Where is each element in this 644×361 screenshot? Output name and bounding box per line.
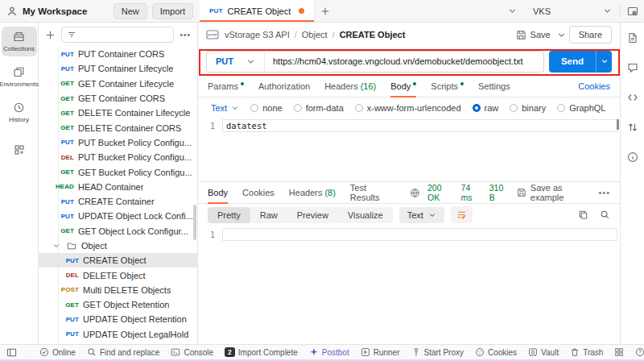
request-list-item[interactable]: HEAD HEAD Object — [39, 342, 197, 344]
request-list-item[interactable]: PUT PUT Container Lifecycle — [39, 61, 197, 76]
request-list-item[interactable]: PUT UPDATE Object Retention — [39, 312, 197, 326]
response-body-editor[interactable]: 1 — [198, 226, 620, 344]
request-list-item[interactable]: DEL DELETE Object — [39, 268, 197, 282]
chevron-down-icon[interactable] — [52, 242, 60, 250]
cookies-button[interactable]: Cookies — [475, 347, 517, 357]
response-tab[interactable]: Body — [208, 182, 228, 203]
request-list-item[interactable]: HEAD HEAD Container — [39, 180, 197, 194]
online-status[interactable]: Online — [39, 347, 76, 357]
request-list-item[interactable]: Object — [39, 239, 197, 253]
request-list-item[interactable]: GET GET Container CORS — [39, 91, 197, 106]
new-button[interactable]: New — [114, 3, 147, 19]
response-size[interactable]: 310 B — [489, 183, 510, 202]
response-view-button[interactable]: Pretty — [208, 207, 250, 223]
method-select[interactable]: PUT — [207, 52, 265, 72]
toggle-sidebar-icon[interactable] — [6, 347, 17, 358]
sidebar-item-history[interactable]: History — [2, 98, 37, 127]
add-collection-icon[interactable] — [45, 30, 56, 40]
body-mode-radio[interactable]: form-data — [294, 103, 344, 113]
request-list-item[interactable]: GET GET Object Retention — [39, 297, 197, 312]
request-tab[interactable]: Headers (16) — [324, 76, 376, 97]
raw-type-select[interactable]: Text — [211, 103, 239, 113]
breadcrumb-segment[interactable]: vStorage S3 API — [225, 30, 302, 39]
response-tab[interactable]: Cookies — [242, 182, 275, 203]
comments-icon[interactable] — [627, 62, 638, 73]
request-body-editor[interactable]: 1 datatest — [198, 118, 620, 181]
cookies-link[interactable]: Cookies — [578, 81, 610, 91]
code-snippet-icon[interactable] — [627, 92, 638, 103]
new-tab-button[interactable] — [315, 0, 336, 22]
body-mode-radio[interactable]: GraphQL — [557, 103, 605, 113]
request-tab-put-create-object[interactable]: PUT CREATE Object — [200, 0, 315, 22]
request-tab[interactable]: Settings — [478, 76, 510, 97]
search-icon[interactable] — [600, 210, 610, 220]
workspace-switcher[interactable]: My Workspace New Import — [0, 0, 200, 22]
tab-options-chevron-icon[interactable] — [500, 6, 525, 15]
url-input[interactable] — [265, 56, 543, 66]
editor-scrollbar[interactable] — [617, 119, 619, 130]
vault-button[interactable]: Vault — [528, 347, 559, 357]
request-tab[interactable]: Body — [390, 76, 416, 97]
send-button[interactable]: Send — [549, 51, 596, 73]
response-view-button[interactable]: Visualize — [338, 207, 393, 223]
windows-grid-icon[interactable] — [614, 347, 624, 357]
documentation-icon[interactable] — [627, 32, 638, 44]
request-tab[interactable]: Authorization — [258, 76, 310, 97]
import-button[interactable]: Import — [152, 3, 193, 19]
response-time[interactable]: 74 ms — [461, 183, 482, 202]
sidebar-item-environments[interactable]: Environments — [2, 62, 37, 92]
find-and-replace-button[interactable]: Find and replace — [87, 347, 160, 357]
start-proxy-button[interactable]: Start Proxy — [411, 347, 464, 357]
request-tab[interactable]: Params — [208, 76, 244, 97]
configure-sidebar-button[interactable] — [14, 144, 25, 156]
save-as-example-button[interactable]: Save as example — [517, 183, 592, 202]
share-button[interactable]: Share — [569, 26, 612, 44]
request-list-item[interactable]: PUT CREATE Container — [39, 194, 197, 209]
body-mode-radio[interactable]: x-www-form-urlencoded — [355, 103, 461, 113]
request-list-item[interactable]: DEL PUT Bucket Policy Configu... — [39, 150, 197, 164]
network-globe-icon[interactable] — [410, 188, 420, 198]
response-view-button[interactable]: Preview — [287, 207, 338, 223]
trash-button[interactable]: Trash — [570, 347, 603, 357]
request-list-item[interactable]: POST Multi DELETE Objects — [39, 283, 197, 297]
import-complete-status[interactable]: 2 Import Complete — [225, 347, 298, 357]
request-list-item[interactable]: PUT UPDATE Object LegalHold — [39, 327, 197, 342]
console-button[interactable]: Console — [171, 347, 213, 357]
response-more-icon[interactable]: ••• — [598, 188, 610, 197]
status-badge[interactable]: 200 OK — [427, 183, 454, 202]
info-icon[interactable] — [627, 151, 638, 163]
environment-selector[interactable]: VKS — [525, 6, 620, 16]
request-list-item[interactable]: PUT PUT Container CORS — [39, 47, 197, 61]
sidebar-item-collections[interactable]: Collections — [2, 27, 37, 56]
request-list-item[interactable]: PUT CREATE Object — [39, 253, 197, 268]
body-mode-radio[interactable]: binary — [510, 103, 546, 113]
breadcrumb-segment[interactable]: Object — [302, 30, 340, 39]
request-list-item[interactable]: GET GET Bucket Policy Configu... — [39, 164, 197, 179]
runner-button[interactable]: Runner — [361, 347, 400, 357]
postbot-button[interactable]: Postbot — [309, 347, 349, 357]
sidebar-more-icon[interactable]: ••• — [180, 31, 191, 39]
send-options-chevron-icon[interactable] — [596, 51, 612, 73]
sidebar-search-input[interactable] — [61, 27, 174, 43]
help-icon[interactable] — [635, 347, 644, 357]
breadcrumb-segment[interactable]: CREATE Object — [340, 30, 406, 39]
copy-icon[interactable] — [578, 210, 588, 220]
save-options-chevron-icon[interactable] — [557, 31, 566, 39]
request-body-line[interactable]: datatest — [222, 119, 617, 132]
related-requests-icon[interactable] — [627, 122, 638, 133]
body-mode-radio[interactable]: raw — [473, 103, 499, 113]
body-mode-radio[interactable]: none — [250, 103, 282, 113]
response-body-line[interactable] — [222, 228, 617, 241]
request-list-item[interactable]: GET DELETE Container CORS — [39, 120, 197, 135]
wrap-lines-button[interactable] — [451, 206, 473, 223]
sidebar-scrollbar[interactable] — [193, 205, 196, 240]
response-view-button[interactable]: Raw — [250, 207, 287, 223]
environment-quick-look-button[interactable] — [620, 6, 644, 17]
request-list-item[interactable]: PUT PUT Bucket Policy Configu... — [39, 135, 197, 150]
request-list-item[interactable]: PUT UPDATE Object Lock Confi... — [39, 209, 197, 223]
request-tab[interactable]: Scripts — [431, 76, 464, 97]
request-list-item[interactable]: GET GET Object Lock Configur... — [39, 224, 197, 239]
response-tab[interactable]: Headers (8) — [289, 182, 336, 203]
request-list-item[interactable]: GET DELETE Container Lifecycle — [39, 106, 197, 120]
response-format-select[interactable]: Text — [399, 207, 444, 223]
